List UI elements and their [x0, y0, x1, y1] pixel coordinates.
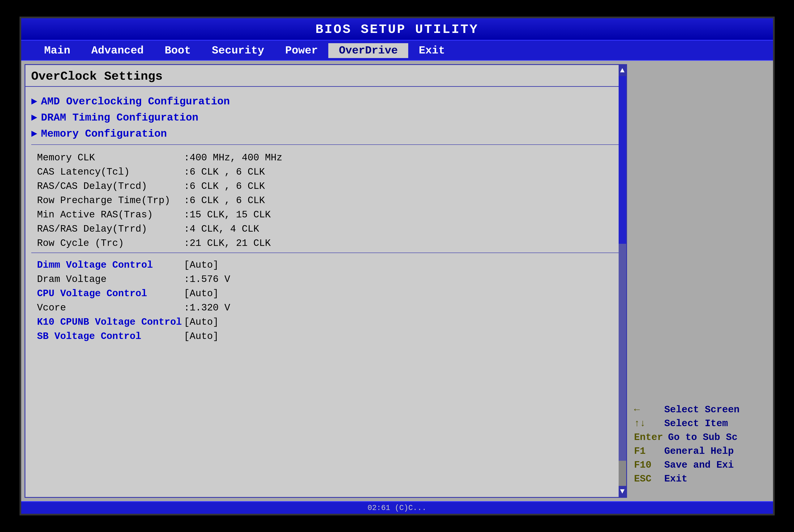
- help-key-1: ↑↓: [634, 418, 659, 429]
- help-desc-0: Select Screen: [664, 404, 740, 415]
- voltage-value-3: :1.320 V: [184, 302, 230, 314]
- arrow-icon-dram: ►: [31, 112, 37, 124]
- scrollbar[interactable]: ▲ ▼: [618, 65, 626, 497]
- info-row-2: RAS/CAS Delay(Trcd) :6 CLK , 6 CLK: [37, 179, 614, 193]
- info-section: Memory CLK :400 MHz, 400 MHz CAS Latency…: [31, 149, 620, 253]
- info-value-0: :400 MHz, 400 MHz: [184, 152, 282, 163]
- sub-menu-amd-label: AMD Overclocking Configuration: [41, 96, 230, 108]
- voltage-label-1: Dram Voltage: [37, 274, 184, 285]
- voltage-row-2: CPU Voltage Control [Auto]: [37, 287, 614, 301]
- help-key-0: ←: [634, 404, 659, 415]
- help-row-4: F10 Save and Exi: [634, 460, 769, 471]
- help-key-5: ESC: [634, 474, 659, 484]
- help-row-5: ESC Exit: [634, 474, 769, 484]
- scroll-thumb-bottom: [618, 461, 626, 486]
- info-row-0: Memory CLK :400 MHz, 400 MHz: [37, 151, 614, 165]
- scroll-thumb: [618, 76, 626, 244]
- info-row-4: Min Active RAS(Tras) :15 CLK, 15 CLK: [37, 208, 614, 222]
- panel-title-text: OverClock Settings: [31, 70, 163, 83]
- info-value-1: :6 CLK , 6 CLK: [184, 167, 265, 177]
- info-label-4: Min Active RAS(Tras): [37, 209, 184, 220]
- help-row-1: ↑↓ Select Item: [634, 418, 769, 429]
- info-row-3: Row Precharge Time(Trp) :6 CLK , 6 CLK: [37, 193, 614, 208]
- help-row-0: ← Select Screen: [634, 404, 769, 415]
- bios-title: BIOS SETUP UTILITY: [315, 22, 479, 37]
- voltage-value-4: [Auto]: [184, 317, 219, 328]
- help-text: ← Select Screen ↑↓ Select Item Enter Go …: [634, 404, 769, 484]
- voltage-value-2: [Auto]: [184, 288, 219, 299]
- voltage-value-1: :1.576 V: [184, 274, 230, 285]
- info-label-3: Row Precharge Time(Trp): [37, 195, 184, 206]
- menu-item-main[interactable]: Main: [34, 43, 81, 58]
- voltage-label-0: Dimm Voltage Control: [37, 260, 184, 271]
- sub-menu-memory-label: Memory Configuration: [41, 128, 167, 140]
- info-label-6: Row Cycle (Trc): [37, 238, 184, 249]
- voltage-row-3: Vcore :1.320 V: [37, 301, 614, 315]
- voltage-row-4: K10 CPUNB Voltage Control [Auto]: [37, 315, 614, 329]
- title-bar: BIOS SETUP UTILITY: [21, 18, 773, 41]
- info-label-1: CAS Latency(Tcl): [37, 167, 184, 177]
- arrow-icon-memory: ►: [31, 128, 37, 139]
- info-value-5: :4 CLK, 4 CLK: [184, 224, 259, 234]
- info-value-6: :21 CLK, 21 CLK: [184, 238, 271, 249]
- info-value-3: :6 CLK , 6 CLK: [184, 195, 265, 206]
- help-row-3: F1 General Help: [634, 446, 769, 457]
- info-value-4: :15 CLK, 15 CLK: [184, 209, 271, 220]
- help-desc-2: Go to Sub Sc: [668, 432, 738, 443]
- voltage-label-5: SB Voltage Control: [37, 331, 184, 342]
- voltage-row-5: SB Voltage Control [Auto]: [37, 329, 614, 344]
- bottom-bar: 02:61 (C)C...: [21, 501, 773, 514]
- help-row-2: Enter Go to Sub Sc: [634, 432, 769, 443]
- help-key-2: Enter: [634, 432, 663, 443]
- bottom-text: 02:61 (C)C...: [368, 504, 426, 512]
- sub-menu-list: ► AMD Overclocking Configuration ► DRAM …: [31, 90, 620, 145]
- voltage-row-1: Dram Voltage :1.576 V: [37, 272, 614, 287]
- menu-item-boot[interactable]: Boot: [154, 43, 201, 58]
- menu-bar: Main Advanced Boot Security Power OverDr…: [21, 41, 773, 61]
- help-desc-5: Exit: [664, 474, 687, 484]
- menu-item-power[interactable]: Power: [275, 43, 328, 58]
- info-label-2: RAS/CAS Delay(Trcd): [37, 181, 184, 192]
- sub-menu-memory[interactable]: ► Memory Configuration: [31, 126, 620, 142]
- arrow-icon-amd: ►: [31, 96, 37, 107]
- help-desc-4: Save and Exi: [664, 460, 734, 471]
- sub-menu-dram[interactable]: ► DRAM Timing Configuration: [31, 110, 620, 126]
- info-row-6: Row Cycle (Trc) :21 CLK, 21 CLK: [37, 236, 614, 250]
- menu-item-exit[interactable]: Exit: [408, 43, 456, 58]
- menu-item-security[interactable]: Security: [201, 43, 275, 58]
- help-desc-3: General Help: [664, 446, 734, 457]
- voltage-value-5: [Auto]: [184, 331, 219, 342]
- side-panel: ← Select Screen ↑↓ Select Item Enter Go …: [630, 61, 773, 501]
- content-area: OverClock Settings ► AMD Overclocking Co…: [21, 61, 773, 501]
- info-label-0: Memory CLK: [37, 152, 184, 163]
- voltage-row-0: Dimm Voltage Control [Auto]: [37, 258, 614, 272]
- panel-body: ► AMD Overclocking Configuration ► DRAM …: [25, 87, 626, 497]
- voltage-label-4: K10 CPUNB Voltage Control: [37, 317, 184, 328]
- sub-menu-amd[interactable]: ► AMD Overclocking Configuration: [31, 94, 620, 110]
- info-label-5: RAS/RAS Delay(Trrd): [37, 224, 184, 234]
- help-key-4: F10: [634, 460, 659, 471]
- scroll-track[interactable]: [618, 76, 626, 486]
- voltage-section: Dimm Voltage Control [Auto] Dram Voltage…: [31, 256, 620, 346]
- info-row-5: RAS/RAS Delay(Trrd) :4 CLK, 4 CLK: [37, 222, 614, 236]
- voltage-label-3: Vcore: [37, 302, 184, 314]
- scroll-up-arrow[interactable]: ▲: [620, 65, 625, 76]
- help-key-3: F1: [634, 446, 659, 457]
- menu-item-advanced[interactable]: Advanced: [81, 43, 154, 58]
- scroll-down-arrow[interactable]: ▼: [620, 486, 625, 497]
- info-value-2: :6 CLK , 6 CLK: [184, 181, 265, 192]
- main-panel: OverClock Settings ► AMD Overclocking Co…: [24, 64, 627, 498]
- voltage-label-2: CPU Voltage Control: [37, 288, 184, 299]
- sub-menu-dram-label: DRAM Timing Configuration: [41, 112, 198, 124]
- help-desc-1: Select Item: [664, 418, 728, 429]
- panel-title: OverClock Settings: [25, 65, 626, 87]
- info-row-1: CAS Latency(Tcl) :6 CLK , 6 CLK: [37, 165, 614, 179]
- bios-screen: BIOS SETUP UTILITY Main Advanced Boot Se…: [19, 17, 775, 515]
- voltage-value-0: [Auto]: [184, 260, 219, 271]
- menu-item-overdrive[interactable]: OverDrive: [328, 43, 408, 58]
